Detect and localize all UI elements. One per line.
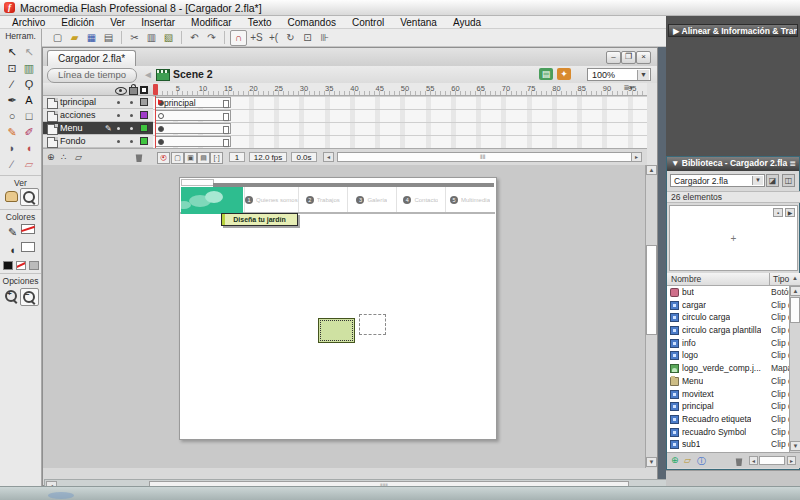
sort-arrow-icon[interactable]: ▲ bbox=[792, 275, 798, 281]
layer-outline-color-swatch[interactable] bbox=[140, 98, 148, 106]
selection-tool[interactable]: ↖ bbox=[4, 44, 21, 60]
frames-area[interactable]: ≣▾ 5101520253035404550556065707580859095… bbox=[153, 83, 647, 165]
frame-span-acciones[interactable] bbox=[155, 110, 231, 121]
stage-canvas[interactable]: 1Quienes somos2Trabajos3Galería4Contacto… bbox=[179, 177, 497, 440]
paint-bucket-tool[interactable]: ◖ bbox=[21, 140, 38, 156]
dock-splitter[interactable] bbox=[658, 47, 666, 486]
menu-edición[interactable]: Edición bbox=[53, 17, 102, 28]
layer-lock-dot[interactable] bbox=[130, 114, 133, 117]
gradient-transform-tool[interactable]: ▥ bbox=[21, 60, 38, 76]
preview-stop-button[interactable]: ▪ bbox=[773, 208, 783, 217]
new-library-window-button[interactable]: ◫ bbox=[782, 174, 795, 187]
eraser-tool[interactable]: ▱ bbox=[21, 156, 38, 172]
snap-magnet-icon[interactable]: ∩ bbox=[230, 30, 247, 46]
nav-item-trabajos[interactable]: 2Trabajos bbox=[298, 187, 347, 212]
stage-workspace[interactable]: 1Quienes somos2Trabajos3Galería4Contacto… bbox=[43, 165, 657, 468]
line-tool[interactable]: ∕ bbox=[4, 76, 21, 92]
stroke-color-chip[interactable] bbox=[21, 224, 35, 234]
frame-span-end-marker[interactable] bbox=[223, 126, 229, 134]
zoom-out-option[interactable]: − bbox=[20, 288, 39, 306]
free-transform-tool[interactable]: ⊡ bbox=[4, 60, 21, 76]
nav-item-contacto[interactable]: 4Contacto bbox=[396, 187, 445, 212]
library-item-logo[interactable]: logoClip de bbox=[667, 349, 789, 362]
menu-ayuda[interactable]: Ayuda bbox=[445, 17, 489, 28]
zoom-tool[interactable] bbox=[20, 188, 39, 206]
library-item-cargar[interactable]: cargarClip de bbox=[667, 299, 789, 312]
open-icon[interactable]: ▰ bbox=[67, 31, 82, 45]
new-document-icon[interactable]: ▢ bbox=[50, 31, 65, 45]
library-panel-header[interactable]: ▼ Biblioteca - Cargador 2.fla bbox=[667, 157, 799, 171]
layer-visibility-dot[interactable] bbox=[117, 101, 120, 104]
no-color-button[interactable] bbox=[16, 261, 26, 270]
frame-rate-indicator[interactable]: 12.0 fps bbox=[249, 152, 287, 162]
add-motion-guide-button[interactable]: ∴ bbox=[61, 152, 67, 162]
menu-comandos[interactable]: Comandos bbox=[280, 17, 344, 28]
new-folder-button[interactable]: ▱ bbox=[684, 455, 691, 465]
library-options-menu-icon[interactable]: ≣ bbox=[789, 159, 796, 168]
playhead[interactable] bbox=[153, 84, 158, 95]
rotate-icon[interactable]: ↻ bbox=[283, 31, 298, 45]
site-logo[interactable] bbox=[181, 187, 243, 214]
column-header-nombre[interactable]: Nombre bbox=[671, 274, 701, 284]
cta-button[interactable]: Diseña tu jardín bbox=[221, 213, 298, 226]
menu-texto[interactable]: Texto bbox=[240, 17, 280, 28]
library-hscroll-left-arrow[interactable]: ◂ bbox=[749, 456, 758, 465]
symbol-properties-button[interactable]: ⓘ bbox=[697, 455, 706, 468]
print-icon[interactable]: ▤ bbox=[101, 31, 116, 45]
library-item-menu[interactable]: MenuClip co bbox=[667, 375, 789, 388]
library-item-movitext[interactable]: movitextClip de bbox=[667, 388, 789, 401]
menu-modificar[interactable]: Modificar bbox=[183, 17, 240, 28]
keyframe-dot[interactable] bbox=[158, 126, 164, 132]
selected-rectangle-object[interactable] bbox=[318, 318, 355, 343]
layer-row-menu[interactable]: Menu✎ bbox=[43, 122, 153, 135]
nav-item-quienes-somos[interactable]: 1Quienes somos bbox=[244, 187, 298, 212]
insert-layer-button[interactable]: ⊕ bbox=[47, 152, 55, 162]
doc-restore-button[interactable]: ❐ bbox=[621, 51, 636, 64]
library-delete-trash-icon[interactable] bbox=[735, 457, 743, 466]
menu-ventana[interactable]: Ventana bbox=[392, 17, 445, 28]
layer-row-acciones[interactable]: acciones bbox=[43, 109, 153, 122]
zoom-in-option[interactable]: + bbox=[3, 288, 20, 304]
lasso-tool[interactable]: Ϙ bbox=[21, 76, 38, 92]
timeline-ruler[interactable]: ≣▾ 5101520253035404550556065707580859095 bbox=[153, 83, 647, 96]
eyedropper-tool[interactable]: ∕ bbox=[4, 156, 21, 172]
stage-zoom-select[interactable]: 100%▼ bbox=[587, 68, 651, 81]
menu-archivo[interactable]: Archivo bbox=[4, 17, 53, 28]
paste-icon[interactable]: ▧ bbox=[161, 31, 176, 45]
layer-outline-color-swatch[interactable] bbox=[140, 124, 148, 132]
layer-visibility-dot[interactable] bbox=[117, 114, 120, 117]
stage-scroll-down-arrow[interactable]: ▼ bbox=[646, 457, 657, 467]
stage-vscroll[interactable]: ▲ ▼ bbox=[645, 165, 657, 468]
keyframe-dot[interactable] bbox=[158, 139, 164, 145]
layer-lock-dot[interactable] bbox=[130, 101, 133, 104]
nav-item-multimedia[interactable]: 5Multimedia bbox=[445, 187, 494, 212]
library-hscroll-thumb[interactable] bbox=[759, 456, 785, 465]
library-vscroll-thumb[interactable] bbox=[790, 297, 800, 323]
edit-multiple-frames-button[interactable]: ▤ bbox=[197, 152, 210, 164]
onion-skin-outlines-button[interactable]: ▣ bbox=[184, 152, 197, 164]
cut-icon[interactable]: ✂ bbox=[127, 31, 142, 45]
lock-all-layers-icon[interactable] bbox=[129, 87, 138, 95]
frame-span-tprincipal[interactable]: principal bbox=[155, 97, 231, 108]
library-hscroll-right-arrow[interactable]: ▸ bbox=[787, 456, 796, 465]
doc-minimize-button[interactable]: – bbox=[606, 51, 621, 64]
scale-icon[interactable]: ⊡ bbox=[300, 31, 315, 45]
library-item-info[interactable]: infoClip de bbox=[667, 337, 789, 350]
undo-icon[interactable]: ↶ bbox=[187, 31, 202, 45]
nav-item-galería[interactable]: 3Galería bbox=[347, 187, 396, 212]
frame-span-fondo[interactable] bbox=[155, 136, 231, 147]
frame-span-end-marker[interactable] bbox=[223, 100, 229, 108]
pen-tool[interactable]: ✒ bbox=[4, 92, 21, 108]
layer-visibility-dot[interactable] bbox=[117, 127, 120, 130]
dashed-rectangle-object[interactable] bbox=[359, 314, 386, 335]
library-document-select[interactable]: Cargador 2.fla▼ bbox=[670, 174, 765, 187]
layer-visibility-dot[interactable] bbox=[117, 140, 120, 143]
site-header[interactable]: 1Quienes somos2Trabajos3Galería4Contacto… bbox=[180, 187, 495, 214]
library-item-recuadro-etiqueta[interactable]: Recuadro etiquetaClip de bbox=[667, 413, 789, 426]
hand-tool[interactable] bbox=[3, 188, 20, 204]
edit-symbols-button[interactable]: ✦ bbox=[557, 68, 571, 80]
stage-scroll-up-arrow[interactable]: ▲ bbox=[646, 165, 657, 175]
pencil-tool[interactable]: ✎ bbox=[4, 124, 21, 140]
library-scroll-down-arrow[interactable]: ▼ bbox=[790, 441, 800, 451]
swap-colors-button[interactable] bbox=[29, 261, 39, 270]
